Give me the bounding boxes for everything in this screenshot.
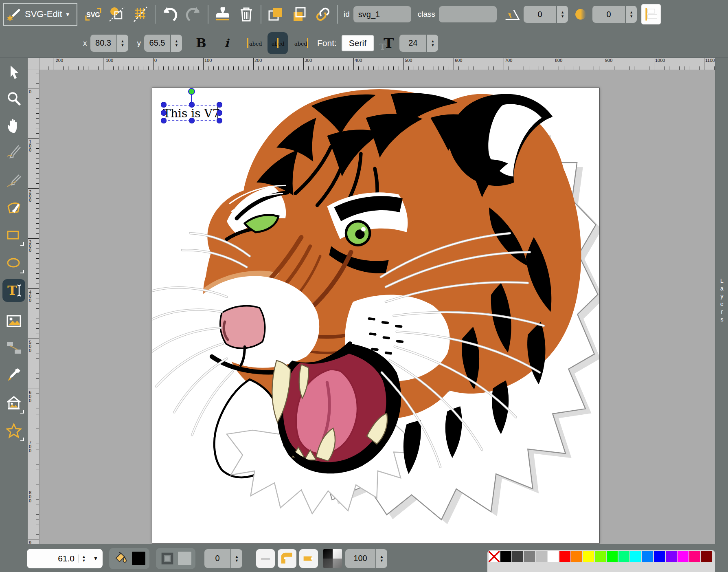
- selection-handle[interactable]: [161, 118, 167, 123]
- linecap-button[interactable]: [299, 549, 318, 568]
- clone-button[interactable]: [213, 4, 233, 24]
- selection-handle[interactable]: [189, 102, 195, 108]
- make-link-button[interactable]: [313, 4, 333, 24]
- ruler-tick: [73, 66, 73, 70]
- tool-eyedropper[interactable]: [2, 363, 25, 386]
- text-anchor-start-button[interactable]: abcd: [244, 32, 264, 54]
- palette-swatch[interactable]: [666, 551, 677, 562]
- palette-swatch[interactable]: [701, 551, 712, 562]
- zoom-dropdown-chevron-icon[interactable]: ▼: [89, 555, 103, 561]
- palette-swatch[interactable]: [559, 551, 570, 562]
- tool-zoom[interactable]: [2, 87, 25, 110]
- selection-handle[interactable]: [217, 102, 222, 108]
- svg-canvas[interactable]: This is V7: [152, 88, 599, 543]
- selection-handle[interactable]: [217, 118, 222, 123]
- text-anchor-end-button[interactable]: abcd: [291, 32, 311, 54]
- blur-spinner[interactable]: 0 ▲▼: [592, 6, 637, 23]
- layers-panel-toggle[interactable]: Layers: [715, 57, 728, 544]
- palette-swatch[interactable]: [500, 551, 511, 562]
- tool-star[interactable]: [2, 420, 25, 442]
- spin-up-icon[interactable]: ▲: [235, 554, 239, 559]
- spin-up-icon[interactable]: ▲: [380, 554, 384, 559]
- spin-up-icon[interactable]: ▲: [431, 39, 434, 43]
- angle-spinner[interactable]: 0 ▲▼: [524, 6, 568, 23]
- selection-handle[interactable]: [161, 110, 167, 116]
- spin-down-icon[interactable]: ▼: [121, 43, 125, 47]
- undo-button[interactable]: [160, 4, 180, 24]
- font-size-spinner[interactable]: 24 ▲▼: [399, 35, 438, 52]
- ruler-tick: [669, 66, 669, 70]
- selection-handle[interactable]: [189, 118, 195, 123]
- opacity-spinner[interactable]: 100 ▲▼: [345, 549, 387, 568]
- bold-button[interactable]: B: [189, 36, 213, 50]
- spin-up-icon[interactable]: ▲: [629, 10, 633, 14]
- palette-swatch[interactable]: [689, 551, 700, 562]
- tool-path[interactable]: [2, 196, 25, 219]
- spin-up-icon[interactable]: ▲: [82, 554, 86, 559]
- tool-shapelib[interactable]: [2, 392, 25, 415]
- palette-none-swatch[interactable]: [489, 551, 500, 562]
- spin-up-icon[interactable]: ▲: [561, 10, 564, 14]
- redo-button[interactable]: [183, 4, 204, 24]
- linejoin-button[interactable]: [278, 549, 296, 568]
- palette-swatch[interactable]: [630, 551, 641, 562]
- tool-rect[interactable]: [2, 224, 25, 247]
- stroke-width-spinner[interactable]: 0 ▲▼: [204, 549, 242, 568]
- tool-pan[interactable]: [2, 114, 25, 137]
- text-anchor-middle-button[interactable]: abcd: [268, 32, 288, 54]
- stroke-color-swatch[interactable]: [178, 552, 191, 565]
- move-to-top-button[interactable]: [265, 4, 286, 24]
- italic-button[interactable]: i: [216, 37, 237, 49]
- workarea[interactable]: -200-10001002003004005006007008009001000…: [28, 57, 715, 544]
- palette-swatch[interactable]: [595, 551, 606, 562]
- palette-swatch[interactable]: [583, 551, 594, 562]
- zoom-widget[interactable]: 61.0 ▲▼ ▼: [27, 549, 103, 568]
- spin-down-icon[interactable]: ▼: [431, 43, 434, 47]
- source-editor-button[interactable]: SVG: [83, 4, 103, 24]
- palette-swatch[interactable]: [548, 551, 559, 562]
- palette-swatch[interactable]: [524, 551, 535, 562]
- opacity-picker[interactable]: [323, 549, 342, 568]
- spin-down-icon[interactable]: ▼: [175, 43, 178, 47]
- delete-button[interactable]: [236, 4, 257, 24]
- palette-swatch[interactable]: [512, 551, 523, 562]
- ruler-tick: [36, 118, 39, 119]
- move-to-bottom-button[interactable]: [289, 4, 309, 24]
- fill-color-swatch[interactable]: [132, 552, 145, 565]
- stroke-dash-button[interactable]: —: [256, 549, 275, 568]
- wireframe-button[interactable]: [107, 4, 127, 24]
- selection-handle[interactable]: [217, 110, 222, 116]
- spin-down-icon[interactable]: ▼: [561, 14, 564, 18]
- tool-image[interactable]: [2, 310, 25, 332]
- palette-swatch[interactable]: [654, 551, 665, 562]
- align-relative-button[interactable]: [642, 4, 660, 24]
- palette-swatch[interactable]: [571, 551, 582, 562]
- rotate-handle[interactable]: [188, 88, 195, 95]
- y-spinner[interactable]: 65.5 ▲▼: [144, 35, 182, 52]
- tool-text[interactable]: T: [2, 279, 25, 302]
- ruler-tick: [479, 66, 479, 70]
- palette-swatch[interactable]: [678, 551, 689, 562]
- palette-swatch[interactable]: [607, 551, 618, 562]
- x-spinner[interactable]: 80.3 ▲▼: [90, 35, 128, 52]
- tool-select[interactable]: [2, 61, 25, 84]
- spin-up-icon[interactable]: ▲: [175, 39, 178, 43]
- tool-ellipse[interactable]: [2, 252, 25, 275]
- id-input[interactable]: svg_1: [353, 6, 411, 22]
- spin-up-icon[interactable]: ▲: [121, 39, 125, 43]
- canvas-region[interactable]: This is V7: [39, 70, 715, 544]
- spin-down-icon[interactable]: ▼: [629, 14, 633, 18]
- palette-swatch[interactable]: [642, 551, 653, 562]
- zoom-value[interactable]: 61.0: [27, 554, 79, 563]
- main-menu-button[interactable]: SVG-Edit ▼: [3, 3, 77, 26]
- ruler-tick: [599, 66, 599, 70]
- selection-handle[interactable]: [161, 102, 167, 108]
- spin-down-icon[interactable]: ▼: [82, 559, 86, 563]
- palette-swatch[interactable]: [618, 551, 629, 562]
- spin-down-icon[interactable]: ▼: [380, 559, 384, 563]
- class-input[interactable]: [439, 6, 497, 22]
- editor-prefs-button[interactable]: [130, 4, 151, 24]
- font-family-button[interactable]: Serif: [342, 36, 373, 51]
- palette-swatch[interactable]: [536, 551, 547, 562]
- spin-down-icon[interactable]: ▼: [235, 559, 239, 563]
